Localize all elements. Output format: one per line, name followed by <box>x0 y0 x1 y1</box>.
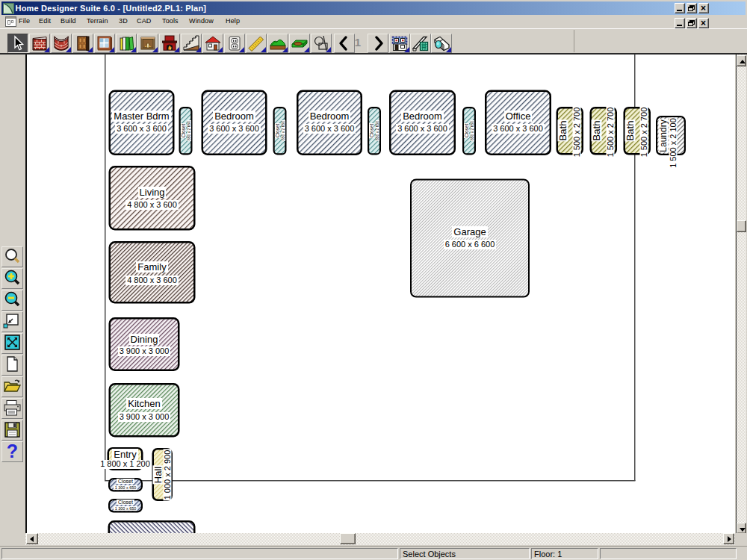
svg-text:?: ? <box>7 442 18 461</box>
